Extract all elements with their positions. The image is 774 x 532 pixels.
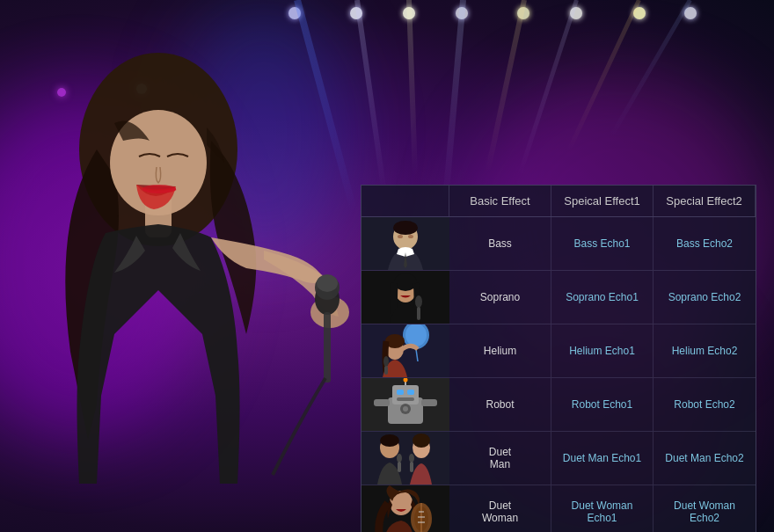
table-row-soprano[interactable]: Soprano Soprano Echo1 Soprano Echo2 <box>361 271 756 324</box>
svg-rect-18 <box>417 307 420 320</box>
effect-duet-man-basic[interactable]: Duet Man <box>449 432 551 485</box>
svg-rect-31 <box>397 397 414 401</box>
effect-bass-echo1[interactable]: Bass Echo1 <box>551 217 654 270</box>
svg-point-6 <box>317 274 338 292</box>
effect-helium-echo2[interactable]: Helium Echo2 <box>654 324 756 377</box>
svg-rect-38 <box>361 432 449 485</box>
svg-point-44 <box>413 434 430 448</box>
svg-point-21 <box>405 324 427 346</box>
svg-point-37 <box>403 406 408 412</box>
effect-bass-basic[interactable]: Bass <box>449 217 551 270</box>
col-photo <box>361 186 449 216</box>
effect-duet-man-echo1[interactable]: Duet Man Echo1 <box>551 432 654 485</box>
effect-bass-echo2[interactable]: Bass Echo2 <box>654 217 756 270</box>
effect-duet-woman-echo2[interactable]: Duet Woman Echo2 <box>654 485 756 532</box>
svg-point-17 <box>415 295 422 308</box>
col-basic-effect: Basic Effect <box>449 186 551 216</box>
svg-point-12 <box>398 235 403 238</box>
svg-rect-34 <box>374 399 390 406</box>
effect-duet-man-echo2[interactable]: Duet Man Echo2 <box>654 432 756 485</box>
effect-robot-echo2[interactable]: Robot Echo2 <box>654 378 756 431</box>
effect-duet-woman-echo1[interactable]: Duet Woman Echo1 <box>551 485 654 532</box>
effect-soprano-echo2[interactable]: Soprano Echo2 <box>654 271 756 324</box>
photo-robot <box>361 378 449 431</box>
photo-duet-woman <box>361 485 449 532</box>
photo-duet-man <box>361 432 449 485</box>
svg-rect-46 <box>410 462 413 472</box>
col-special1: Speical Effect1 <box>551 186 654 216</box>
effects-table: Basic Effect Speical Effect1 Special Eff… <box>361 185 756 532</box>
table-row-robot[interactable]: Robot Robot Echo1 Robot Echo2 <box>361 378 756 432</box>
svg-rect-28 <box>392 385 419 404</box>
svg-rect-25 <box>384 366 388 375</box>
effect-soprano-echo1[interactable]: Soprano Echo1 <box>551 271 654 324</box>
table-row-bass[interactable]: Bass Bass Echo1 Bass Echo2 <box>361 217 756 271</box>
effect-helium-echo1[interactable]: Helium Echo1 <box>551 324 654 377</box>
effect-robot-echo1[interactable]: Robot Echo1 <box>551 378 654 431</box>
effect-duet-woman-basic[interactable]: Duet Woman <box>449 485 551 532</box>
table-row-duet-man[interactable]: Duet Man Duet Man Echo1 Duet Man Echo2 <box>361 432 756 485</box>
col-special2: Special Effect2 <box>654 186 756 216</box>
table-row-helium[interactable]: Helium Helium Echo1 Helium Echo2 <box>361 324 756 378</box>
effect-soprano-basic[interactable]: Soprano <box>449 271 551 324</box>
svg-point-45 <box>409 454 414 463</box>
singer-illustration <box>0 0 405 532</box>
svg-point-40 <box>380 434 399 447</box>
svg-rect-42 <box>398 462 401 472</box>
svg-point-8 <box>142 185 176 193</box>
photo-helium <box>361 324 449 377</box>
svg-rect-30 <box>407 390 414 395</box>
table-row-duet-woman[interactable]: Duet Woman Duet Woman Echo1 Duet Woman E… <box>361 485 756 532</box>
photo-bass <box>361 217 449 270</box>
svg-point-13 <box>408 235 413 238</box>
svg-point-41 <box>397 454 402 463</box>
effect-helium-basic[interactable]: Helium <box>449 324 551 377</box>
svg-point-11 <box>393 221 418 235</box>
photo-soprano <box>361 271 449 324</box>
svg-rect-35 <box>421 399 437 406</box>
svg-point-24 <box>383 356 389 367</box>
svg-rect-29 <box>397 390 404 395</box>
svg-rect-7 <box>324 312 331 383</box>
table-header-row: Basic Effect Speical Effect1 Special Eff… <box>361 186 756 217</box>
effect-robot-basic[interactable]: Robot <box>449 378 551 431</box>
